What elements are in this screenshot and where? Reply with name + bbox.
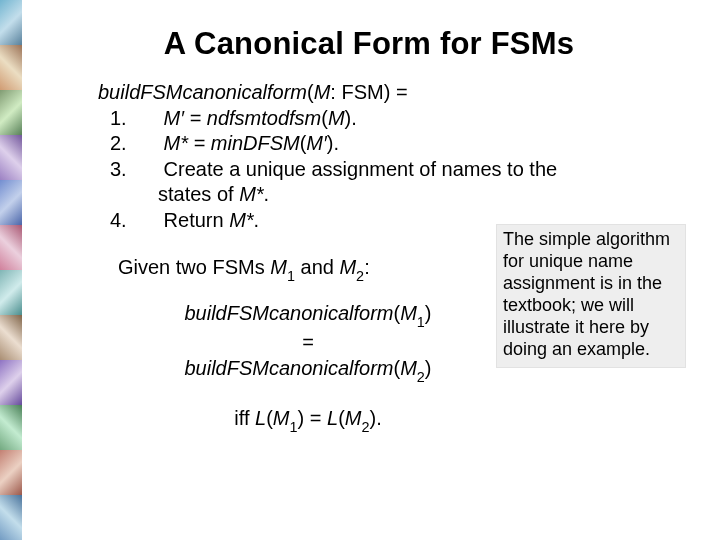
equality-block: buildFSMcanonicalform(M1) = buildFSMcano… — [118, 300, 498, 385]
algorithm-signature: buildFSMcanonicalform(M: FSM) = — [98, 80, 700, 106]
slide-title: A Canonical Form for FSMs — [38, 26, 700, 62]
slide-content: A Canonical Form for FSMs buildFSMcanoni… — [30, 0, 720, 540]
iff-statement: iff L(M1) = L(M2). — [118, 407, 498, 433]
algorithm-step-2: 2. M* = minDFSM(M′). — [134, 131, 700, 157]
equality-lhs: buildFSMcanonicalform(M1) — [118, 300, 498, 330]
algorithm-step-3: 3. Create a unique assignment of names t… — [134, 157, 700, 183]
algorithm-step-1: 1. M′ = ndfsmtodfsm(M). — [134, 106, 700, 132]
equality-rhs: buildFSMcanonicalform(M2) — [118, 355, 498, 385]
note-box: The simple algorithm for unique name ass… — [496, 224, 686, 368]
decorative-left-strip — [0, 0, 22, 540]
equality-sign: = — [118, 329, 498, 355]
algorithm-step-3-cont: states of M*. — [158, 182, 518, 208]
